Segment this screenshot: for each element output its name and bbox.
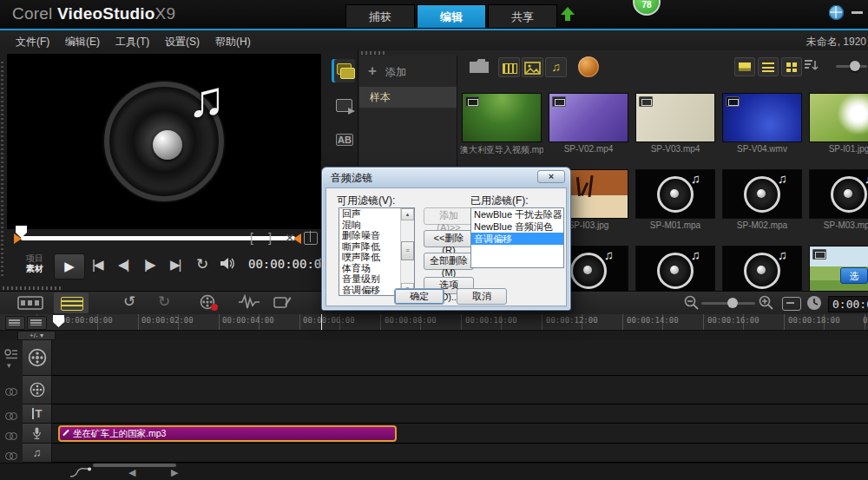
audio-clip[interactable]: 坐在矿车上的国家.mp3 [58,425,397,442]
mark-in-button[interactable]: [ [250,231,253,245]
green-up-arrow-icon[interactable] [561,7,575,22]
music-track-row[interactable] [52,444,868,463]
filter-audio-button[interactable]: ♫ [545,57,567,77]
tab-share[interactable]: 共享 [488,4,557,29]
remove-all-filters-button[interactable]: 全部删除(M) [424,253,474,270]
mode-project-label[interactable]: 项目 [26,253,43,264]
scroll-thumb[interactable]: ≡ [401,241,414,260]
thumbnail-size-slider-thumb[interactable] [850,61,860,71]
menu-settings[interactable]: 设置(S) [161,33,204,51]
painting-creator-button[interactable] [273,294,292,315]
ripple-edit-icon[interactable] [5,432,16,439]
zoom-out-icon[interactable] [684,295,700,314]
menu-tools[interactable]: 工具(T) [111,33,154,51]
remove-filter-button[interactable]: <<删除(R) [424,230,474,247]
title-track-header[interactable]: T [23,404,52,424]
plugin-globe-icon[interactable] [578,56,599,77]
transition-icon[interactable]: AB [332,128,355,152]
music-track-header[interactable]: ♫ [23,444,52,463]
preview-timecode[interactable]: 00:00:00:00 [248,257,329,271]
media-thumb-photo[interactable] [810,94,868,141]
prev-frame-button[interactable]: ◀| [118,257,128,273]
playback-mode-toggle[interactable]: 项目 素材 [26,253,43,274]
tab-edit[interactable]: 编辑 [417,4,486,29]
undo-button[interactable]: ↺ [123,293,135,311]
view-grid-button[interactable] [781,57,802,76]
list-scrollbar[interactable]: ▲ ≡ ▼ [400,208,414,295]
media-thumb-audio[interactable]: ♫ [636,170,714,218]
cancel-button[interactable]: 取消 [457,288,507,305]
media-thumb-video[interactable] [549,94,628,141]
add-remove-track-button[interactable]: +/- ▾ [17,331,56,340]
mark-out-button[interactable]: ] [268,231,272,245]
sort-icon[interactable] [804,58,819,74]
instant-project-icon[interactable] [332,94,355,117]
media-thumb-audio[interactable]: ♫ [810,170,868,218]
redo-button[interactable]: ↻ [158,293,170,311]
collapse-arrow-icon[interactable]: ▾ [7,361,11,370]
overlay-track-header[interactable] [23,376,52,404]
tab-capture[interactable]: 捕获 [345,4,415,29]
media-thumb-audio[interactable]: ♫ [723,170,801,218]
menu-file[interactable]: 文件(F) [11,33,54,51]
go-end-button[interactable]: ▶| [170,257,180,273]
category-sample[interactable]: 样本 [359,87,457,108]
ripple-edit-icon[interactable] [5,388,16,395]
video-track-header[interactable] [23,340,52,376]
filter-photo-button[interactable] [522,57,543,77]
applied-filters-list[interactable]: NewBlue 干扰去除器 NewBlue 音频润色 音调偏移 [470,207,564,268]
voice-track-header[interactable] [23,424,52,444]
panel-resize-handle[interactable] [1,59,3,276]
menu-help[interactable]: 帮助(H) [211,33,255,51]
repeat-button[interactable]: ↻ [196,255,208,273]
help-globe-icon[interactable] [829,5,844,20]
media-thumb-audio[interactable]: ♫ [636,247,714,291]
ripple-edit-icon[interactable] [5,452,16,459]
mode-clip-label[interactable]: 素材 [26,264,43,274]
zoom-in-icon[interactable] [759,295,774,314]
overlay-track-row[interactable] [52,376,868,404]
available-filters-list[interactable]: 回声 混响 删除噪音 嘶声降低 噗声降低 体育场 音量级别 音调偏移 ▲ ≡ ▼ [339,207,415,296]
cut-clip-icon[interactable]: ✕ [285,231,295,245]
video-track-row[interactable] [52,340,868,376]
ripple-edit-icon[interactable] [5,412,16,419]
applied-filter-selected[interactable]: 音调偏移 [471,233,563,245]
volume-icon[interactable] [220,257,236,273]
sound-mixer-button[interactable] [238,294,260,313]
play-button[interactable]: ▶ [54,253,85,279]
media-thumb-audio[interactable]: ♫ [723,247,801,291]
dialog-close-button[interactable]: × [537,170,565,183]
storyboard-view-button[interactable] [17,294,43,315]
fit-timeline-button[interactable] [782,297,801,311]
next-frame-button[interactable]: |▶ [144,257,154,273]
media-thumb-video[interactable] [463,94,541,141]
applied-filter[interactable]: NewBlue 干扰去除器 [471,208,563,220]
filter-video-button[interactable] [498,57,520,77]
media-library-icon[interactable] [332,59,355,82]
project-duration[interactable]: 0:00:08 [828,296,868,312]
go-start-button[interactable]: |◀ [92,257,102,273]
media-thumb-video[interactable] [636,94,714,141]
toolbar-drag-handle[interactable] [3,286,63,290]
applied-filter[interactable]: NewBlue 音频润色 [471,220,563,233]
menu-edit[interactable]: 编辑(E) [61,33,104,51]
split-by-scene-icon[interactable] [304,232,318,245]
timeline-view-button[interactable] [54,293,89,313]
score-badge[interactable]: 78 [633,0,661,16]
record-capture-button[interactable] [200,294,219,315]
view-large-button[interactable] [734,57,755,76]
add-category-button[interactable]: +添加 [368,62,406,80]
add-filter-button[interactable]: 添加(A)>> [424,207,474,225]
timeline-zoom-slider-thumb[interactable] [727,298,738,308]
chapter-point-icon[interactable] [69,466,92,480]
duration-clock-icon[interactable] [806,294,823,315]
track-swap-button[interactable] [5,316,25,330]
track-manager-button[interactable] [27,316,47,330]
scroll-right-button[interactable]: ▶ [171,467,178,478]
scroll-left-button[interactable]: ◀ [128,467,135,478]
minimize-button[interactable] [852,11,863,14]
scroll-up-icon[interactable]: ▲ [401,208,414,220]
preview-scrubber[interactable] [21,236,295,240]
view-list-button[interactable] [758,57,779,76]
title-track-row[interactable] [52,404,868,424]
